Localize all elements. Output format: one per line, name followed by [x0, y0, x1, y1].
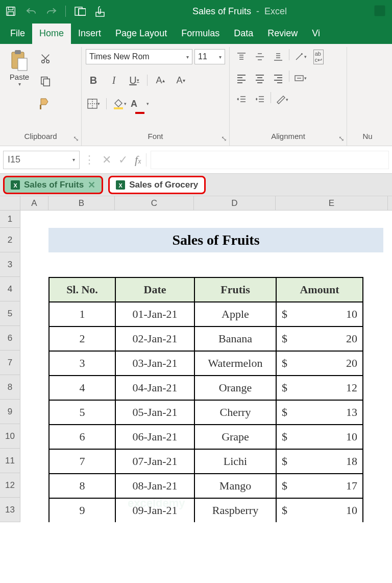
tab-data[interactable]: Data	[227, 24, 260, 44]
table-cell-amount[interactable]: $10	[276, 498, 363, 522]
font-name-select[interactable]: Times New Rom▾	[86, 49, 192, 64]
table-cell[interactable]: 01-Jan-21	[115, 302, 194, 327]
account-icon[interactable]	[373, 4, 388, 19]
table-cell[interactable]: 02-Jan-21	[115, 327, 194, 351]
table-cell-amount[interactable]: $20	[276, 351, 363, 376]
save-icon[interactable]	[4, 5, 17, 18]
borders-button[interactable]: ▾	[86, 96, 101, 111]
col-header-e[interactable]: E	[276, 196, 388, 210]
increase-font-icon[interactable]: A▴	[153, 73, 168, 88]
alignment-launcher-icon[interactable]: ⤡	[337, 134, 346, 143]
table-cell[interactable]: 08-Jan-21	[115, 474, 194, 498]
table-cell-amount[interactable]: $10	[276, 302, 363, 327]
font-size-select[interactable]: 11▾	[194, 49, 225, 64]
row-header[interactable]: 3	[0, 252, 20, 277]
table-cell[interactable]: 05-Jan-21	[115, 400, 194, 425]
tab-file[interactable]: File	[3, 24, 32, 44]
tab-review[interactable]: Review	[260, 24, 305, 44]
align-center-icon[interactable]	[252, 71, 267, 86]
table-cell-amount[interactable]: $10	[276, 425, 363, 449]
attach-icon[interactable]	[93, 5, 107, 18]
col-header-b[interactable]: B	[48, 196, 115, 210]
table-cell[interactable]: 9	[49, 498, 115, 522]
row-header[interactable]: 2	[0, 228, 20, 252]
table-cell[interactable]: 09-Jan-21	[115, 498, 194, 522]
new-file-icon[interactable]	[73, 5, 86, 18]
increase-indent-icon[interactable]	[252, 92, 267, 107]
table-cell[interactable]: 03-Jan-21	[115, 351, 194, 376]
cells-area[interactable]: Sales of Fruits Sl. No.DateFrutisAmount …	[20, 211, 392, 522]
tab-view[interactable]: Vi	[305, 24, 327, 44]
table-cell[interactable]: Lichi	[194, 449, 276, 474]
align-right-icon[interactable]	[271, 71, 286, 86]
row-header[interactable]: 5	[0, 301, 20, 326]
workbook-tab-grocery[interactable]: X Sales of Grocery	[108, 176, 206, 194]
row-header[interactable]: 8	[0, 375, 20, 400]
table-cell[interactable]: 4	[49, 376, 115, 400]
table-cell[interactable]: Raspberry	[194, 498, 276, 522]
enter-icon[interactable]: ✓	[118, 153, 128, 167]
table-cell[interactable]: Cherry	[194, 400, 276, 425]
col-header-d[interactable]: D	[194, 196, 276, 210]
align-left-icon[interactable]	[234, 71, 249, 86]
decrease-font-icon[interactable]: A▾	[173, 73, 188, 88]
table-cell[interactable]: 7	[49, 449, 115, 474]
row-header[interactable]: 13	[0, 498, 20, 522]
table-header[interactable]: Sl. No.	[49, 277, 115, 302]
wrap-text-icon[interactable]: abc↩	[311, 49, 326, 64]
row-header[interactable]: 7	[0, 351, 20, 375]
table-cell-amount[interactable]: $12	[276, 376, 363, 400]
close-icon[interactable]: ✕	[88, 179, 95, 191]
table-cell[interactable]: 5	[49, 400, 115, 425]
workbook-tab-fruits[interactable]: X Sales of Fruits ✕	[3, 176, 103, 194]
cancel-icon[interactable]: ✕	[102, 153, 111, 167]
decrease-indent-icon[interactable]	[234, 92, 249, 107]
select-all-corner[interactable]	[0, 196, 20, 210]
font-color-button[interactable]: A▾	[132, 96, 148, 111]
table-cell[interactable]: 2	[49, 327, 115, 351]
orientation-icon[interactable]: ▾	[292, 49, 308, 64]
formula-input[interactable]	[151, 151, 389, 169]
table-header[interactable]: Frutis	[194, 277, 276, 302]
copy-icon[interactable]	[38, 74, 53, 89]
col-header-c[interactable]: C	[115, 196, 194, 210]
redo-icon[interactable]	[45, 5, 58, 18]
table-cell[interactable]: 3	[49, 351, 115, 376]
table-cell[interactable]: 1	[49, 302, 115, 327]
row-header[interactable]: 6	[0, 326, 20, 351]
align-middle-icon[interactable]	[252, 49, 267, 64]
row-header[interactable]: 1	[0, 211, 20, 228]
name-box[interactable]: I15 ▾	[3, 151, 80, 169]
table-cell-amount[interactable]: $13	[276, 400, 363, 425]
table-cell[interactable]: Watermelon	[194, 351, 276, 376]
clipboard-launcher-icon[interactable]: ⤡	[72, 134, 80, 143]
col-header-a[interactable]: A	[20, 196, 48, 210]
row-header[interactable]: 10	[0, 424, 20, 449]
table-cell[interactable]: Grape	[194, 425, 276, 449]
table-cell[interactable]: Mango	[194, 474, 276, 498]
row-header[interactable]: 4	[0, 277, 20, 301]
table-header[interactable]: Amount	[276, 277, 363, 302]
undo-icon[interactable]	[24, 5, 38, 18]
chevron-down-icon[interactable]: ▾	[72, 157, 75, 162]
align-bottom-icon[interactable]	[271, 49, 286, 64]
table-cell-amount[interactable]: $20	[276, 327, 363, 351]
table-cell[interactable]: Apple	[194, 302, 276, 327]
table-cell[interactable]: 6	[49, 425, 115, 449]
table-cell-amount[interactable]: $17	[276, 474, 363, 498]
table-cell[interactable]: Orange	[194, 376, 276, 400]
tab-page-layout[interactable]: Page Layout	[108, 24, 174, 44]
row-header[interactable]: 11	[0, 449, 20, 473]
table-cell[interactable]: 06-Jan-21	[115, 425, 194, 449]
row-header[interactable]: 12	[0, 473, 20, 498]
paste-button[interactable]: Paste ▾	[4, 49, 35, 87]
format-painter-icon[interactable]	[38, 96, 53, 111]
cut-icon[interactable]	[38, 51, 53, 66]
table-cell[interactable]: 07-Jan-21	[115, 449, 194, 474]
bold-button[interactable]: B	[86, 73, 101, 88]
italic-button[interactable]: I	[106, 73, 121, 88]
row-header[interactable]: 9	[0, 400, 20, 424]
sheet-title-cell[interactable]: Sales of Fruits	[48, 228, 383, 252]
table-cell[interactable]: 04-Jan-21	[115, 376, 194, 400]
merge-center-icon[interactable]: ▾	[292, 71, 308, 86]
